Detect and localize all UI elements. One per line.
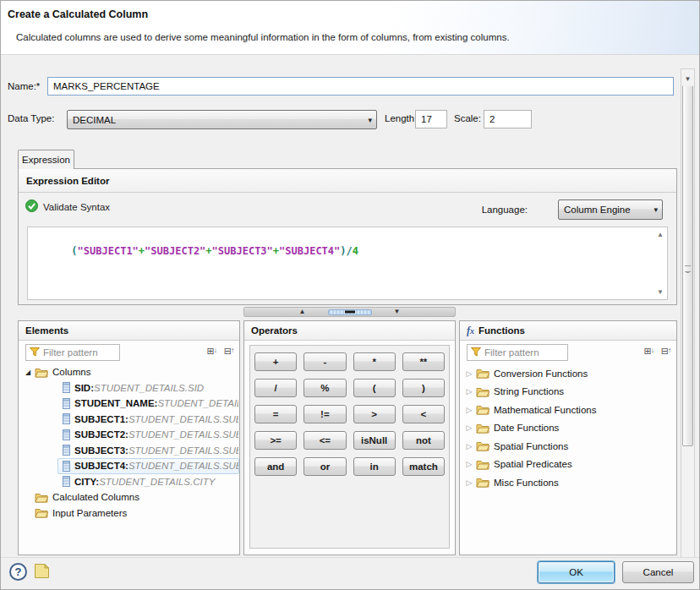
data-type-combo[interactable]: DECIMAL ▾: [67, 110, 377, 129]
element-column-sid[interactable]: SID: STUDENT_DETAILS.SID: [57, 380, 239, 396]
expression-textarea[interactable]: ("SUBJECT1"+"SUBJECT2"+"SUBJECT3"+"SUBJE…: [27, 227, 668, 300]
functions-filter-input[interactable]: [484, 347, 564, 358]
expander-closed-icon[interactable]: ▷: [465, 406, 473, 414]
folder-icon: [35, 507, 48, 518]
expander-closed-icon[interactable]: ▷: [465, 387, 473, 396]
expand-all-icon[interactable]: ⊞↓: [207, 346, 217, 356]
operator-button-greater-equals[interactable]: >=: [254, 431, 297, 450]
folder-icon: [476, 386, 489, 397]
function-folder-date-functions[interactable]: ▷Date Functions: [460, 419, 676, 438]
column-path: STUDENT_DETAILS.SUBJECT1: [129, 414, 239, 424]
expander-closed-icon[interactable]: ▷: [465, 423, 473, 432]
splitter-bar[interactable]: ▲ ▼: [243, 307, 456, 317]
column-icon: [63, 382, 70, 393]
tree-node-calculated-columns[interactable]: ▷Calculated Columns: [19, 489, 239, 505]
functions-filter-box: [467, 344, 568, 361]
validate-syntax-button[interactable]: Validate Syntax: [25, 199, 110, 214]
column-icon: [63, 429, 70, 440]
splitter-down-icon[interactable]: ▼: [394, 308, 401, 316]
elements-filter-row: ⊞↓ ⊟↑: [19, 341, 239, 364]
operator-button-match[interactable]: match: [402, 457, 445, 476]
splitter-up-icon[interactable]: ▲: [299, 308, 306, 316]
operator-button-plus[interactable]: +: [254, 352, 297, 371]
splitter-handle[interactable]: [328, 309, 372, 315]
operator-button-not[interactable]: not: [402, 431, 445, 450]
operator-button-divide[interactable]: /: [254, 379, 297, 397]
operator-button-less-equals[interactable]: <=: [304, 431, 346, 450]
expander-closed-icon[interactable]: ▷: [465, 442, 473, 451]
tree-node-columns[interactable]: ◢ Columns: [19, 364, 239, 380]
create-calculated-column-dialog: Create a Calculated Column Calculated co…: [0, 0, 700, 590]
operator-button-multiply[interactable]: *: [353, 352, 396, 371]
operator-button-not-equals[interactable]: !=: [304, 405, 346, 423]
scroll-down-icon[interactable]: ▼: [657, 288, 664, 296]
collapse-all-icon[interactable]: ⊟↑: [661, 346, 671, 356]
operators-panel: Operators +-***/%()=!=><>=<=isNullnotand…: [243, 320, 456, 555]
element-column-subject3[interactable]: SUBJECT3: STUDENT_DETAILS.SUBJECT3: [57, 443, 239, 459]
functions-panel: fx Functions ⊞↓ ⊟↑ ▷Conversion Functions…: [459, 320, 677, 555]
scrollbar-thumb[interactable]: [682, 85, 693, 446]
fx-icon: fx: [467, 325, 474, 337]
element-column-subject1[interactable]: SUBJECT1: STUDENT_DETAILS.SUBJECT1: [57, 412, 239, 428]
expander-closed-icon[interactable]: ▷: [465, 369, 473, 378]
elements-filter-input[interactable]: [43, 347, 116, 358]
tab-expression[interactable]: Expression: [18, 150, 74, 169]
operator-button-in[interactable]: in: [353, 457, 396, 476]
operator-button-and[interactable]: and: [254, 457, 297, 476]
functions-filter-row: ⊞↓ ⊟↑: [460, 341, 676, 364]
note-icon[interactable]: [34, 563, 50, 582]
scroll-up-icon[interactable]: ▲: [657, 231, 664, 238]
operator-button-greater-than[interactable]: >: [353, 405, 396, 423]
expression-token: ): [340, 245, 346, 257]
expression-editor-title: Expression Editor: [19, 169, 676, 193]
expander-closed-icon[interactable]: ▷: [465, 478, 473, 487]
cancel-button[interactable]: Cancel: [622, 561, 694, 583]
folder-icon: [476, 440, 489, 451]
function-folder-conversion-functions[interactable]: ▷Conversion Functions: [460, 364, 676, 383]
elements-panel: Elements ⊞↓ ⊟↑ ◢ Columns SID: STUDENT_DE…: [18, 320, 240, 555]
expander-closed-icon[interactable]: ▷: [465, 460, 473, 468]
operator-button-minus[interactable]: -: [304, 352, 346, 371]
column-name: SUBJECT2:: [74, 429, 129, 440]
collapse-all-icon[interactable]: ⊟↑: [224, 346, 234, 356]
function-folder-label: Spatial Functions: [494, 441, 568, 451]
column-path: STUDENT_DETAILS.SID: [94, 383, 204, 393]
operator-button-or[interactable]: or: [304, 457, 346, 476]
operator-button-power[interactable]: **: [402, 352, 445, 371]
expander-open-icon[interactable]: ◢: [24, 369, 32, 376]
operator-button-equals[interactable]: =: [254, 405, 297, 423]
operator-button-modulo[interactable]: %: [304, 379, 346, 397]
element-column-city[interactable]: CITY: STUDENT_DETAILS.CITY: [57, 474, 239, 490]
name-input[interactable]: [47, 77, 674, 96]
element-column-student_name[interactable]: STUDENT_NAME: STUDENT_DETAILS.STUDENT_NA…: [57, 396, 239, 412]
scroll-down-icon[interactable]: ▼: [681, 73, 694, 86]
folder-icon: [35, 367, 48, 378]
operator-button-less-than[interactable]: <: [402, 405, 445, 423]
elements-tree: ◢ Columns SID: STUDENT_DETAILS.SIDSTUDEN…: [19, 364, 239, 521]
ok-button[interactable]: OK: [538, 561, 615, 583]
element-column-subject2[interactable]: SUBJECT2: STUDENT_DETAILS.SUBJECT2: [57, 427, 239, 443]
folder-label: Calculated Columns: [52, 492, 139, 502]
column-path: STUDENT_DETAILS.CITY: [99, 477, 215, 487]
expand-all-icon[interactable]: ⊞↓: [644, 346, 654, 356]
function-folder-spatial-predicates[interactable]: ▷Spatial Predicates: [460, 456, 676, 474]
folder-icon: [35, 492, 48, 503]
operator-button-isnull[interactable]: isNull: [353, 431, 396, 450]
dialog-scrollbar[interactable]: ▲ ▼: [681, 68, 695, 559]
length-input[interactable]: [415, 110, 447, 128]
function-folder-string-functions[interactable]: ▷String Functions: [460, 383, 676, 402]
element-column-subject4[interactable]: SUBJECT4: STUDENT_DETAILS.SUBJECT4: [57, 458, 239, 474]
folder-icon: [476, 404, 489, 415]
function-folder-misc-functions[interactable]: ▷Misc Functions: [460, 473, 676, 492]
scale-input[interactable]: [484, 110, 532, 128]
expression-token: "SUBJECT2": [145, 245, 205, 257]
data-type-label: Data Type:: [8, 113, 54, 123]
function-folder-spatial-functions[interactable]: ▷Spatial Functions: [460, 437, 676, 456]
tree-node-input-parameters[interactable]: ▷Input Parameters: [19, 505, 239, 522]
function-folder-mathematical-functions[interactable]: ▷Mathematical Functions: [460, 401, 676, 419]
column-name: CITY:: [74, 477, 99, 487]
operator-button-close-paren[interactable]: ): [402, 379, 445, 397]
help-icon[interactable]: ?: [9, 563, 27, 581]
operator-button-open-paren[interactable]: (: [353, 379, 396, 397]
language-combo[interactable]: Column Engine ▾: [558, 199, 663, 220]
